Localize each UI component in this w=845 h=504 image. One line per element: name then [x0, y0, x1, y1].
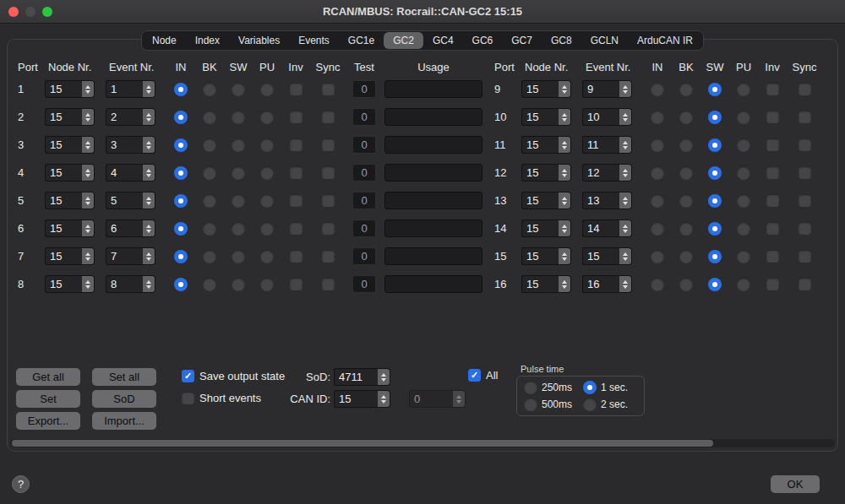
tab-events[interactable]: Events [289, 32, 339, 49]
radio-in[interactable] [651, 111, 664, 124]
test-field[interactable]: 0 [352, 136, 376, 154]
tab-gc1e[interactable]: GC1e [339, 32, 384, 49]
stepper-arrows-icon[interactable] [559, 192, 571, 209]
pulse-radio[interactable] [524, 381, 537, 394]
sync-checkbox[interactable] [799, 194, 811, 207]
radio-sw[interactable] [708, 250, 722, 263]
inv-checkbox[interactable] [766, 278, 779, 290]
close-button[interactable] [8, 7, 19, 17]
all-checkbox[interactable]: ✓ [468, 369, 481, 382]
sync-checkbox[interactable] [322, 138, 335, 151]
stepper-arrows-icon[interactable] [559, 219, 571, 237]
radio-in[interactable] [651, 250, 664, 263]
radio-pu[interactable] [260, 111, 274, 124]
event-nr-stepper[interactable]: 5 [106, 192, 155, 209]
radio-sw[interactable] [708, 194, 722, 208]
node-nr-stepper[interactable]: 15 [45, 247, 95, 265]
usage-field[interactable] [384, 108, 482, 126]
radio-in[interactable] [174, 83, 188, 96]
node-nr-stepper[interactable]: 15 [521, 247, 571, 265]
inv-checkbox[interactable] [290, 194, 303, 207]
stepper-arrows-icon[interactable] [143, 219, 155, 237]
radio-in[interactable] [174, 222, 188, 236]
test-field[interactable]: 0 [352, 164, 376, 182]
inv-checkbox[interactable] [290, 111, 303, 123]
sync-checkbox[interactable] [322, 83, 335, 95]
node-nr-stepper[interactable]: 15 [45, 108, 95, 126]
node-nr-stepper[interactable]: 15 [45, 164, 95, 182]
stepper-arrows-icon[interactable] [559, 275, 571, 293]
pulse-option[interactable]: 250ms [524, 381, 580, 394]
inv-checkbox[interactable] [290, 83, 303, 95]
event-nr-stepper[interactable]: 1 [106, 80, 155, 98]
stepper-arrows-icon[interactable] [143, 192, 155, 209]
radio-in[interactable] [174, 138, 188, 152]
stepper-arrows-icon[interactable] [559, 136, 571, 154]
test-field[interactable]: 0 [352, 108, 376, 126]
radio-sw[interactable] [232, 111, 245, 124]
help-button[interactable]: ? [12, 475, 30, 493]
stepper-arrows-icon[interactable] [559, 164, 571, 182]
stepper-arrows-icon[interactable] [619, 247, 632, 265]
usage-field[interactable] [384, 164, 482, 182]
node-nr-stepper[interactable]: 15 [45, 219, 95, 237]
sod-value[interactable]: 4711 [334, 368, 378, 386]
node-nr-stepper[interactable]: 15 [45, 275, 95, 293]
test-field[interactable]: 0 [352, 80, 376, 98]
radio-bk[interactable] [203, 250, 216, 263]
ok-button[interactable]: OK [771, 475, 820, 493]
radio-bk[interactable] [679, 194, 693, 208]
set-button[interactable]: Set [16, 390, 80, 408]
radio-pu[interactable] [260, 250, 274, 263]
stepper-arrows-icon[interactable] [82, 136, 95, 154]
zoom-button[interactable] [42, 7, 52, 17]
radio-pu[interactable] [260, 194, 274, 208]
radio-bk[interactable] [679, 222, 693, 236]
event-nr-stepper[interactable]: 2 [106, 108, 155, 126]
radio-in[interactable] [174, 194, 188, 208]
sync-checkbox[interactable] [322, 111, 335, 123]
inv-checkbox[interactable] [290, 222, 303, 235]
radio-pu[interactable] [737, 194, 750, 208]
stepper-arrows-icon[interactable] [619, 80, 632, 98]
radio-bk[interactable] [203, 166, 216, 180]
usage-field[interactable] [384, 80, 482, 98]
radio-pu[interactable] [737, 222, 750, 236]
stepper-arrows-icon[interactable] [82, 164, 95, 182]
radio-bk[interactable] [679, 166, 693, 180]
tab-arducan-ir[interactable]: ArduCAN IR [628, 32, 702, 49]
stepper-arrows-icon[interactable] [378, 390, 390, 408]
event-nr-stepper[interactable]: 14 [582, 219, 632, 237]
usage-field[interactable] [384, 219, 482, 237]
inv-checkbox[interactable] [766, 111, 779, 123]
aux-value[interactable]: 0 [409, 390, 453, 408]
radio-bk[interactable] [203, 278, 216, 291]
inv-checkbox[interactable] [290, 250, 303, 263]
radio-pu[interactable] [737, 83, 750, 96]
radio-bk[interactable] [679, 278, 693, 291]
pulse-option[interactable]: 1 sec. [583, 381, 635, 394]
radio-sw[interactable] [708, 222, 722, 236]
radio-pu[interactable] [737, 111, 750, 124]
inv-checkbox[interactable] [766, 250, 779, 263]
radio-bk[interactable] [679, 111, 693, 124]
node-nr-stepper[interactable]: 15 [521, 136, 571, 154]
horizontal-scrollbar[interactable] [10, 439, 835, 447]
stepper-arrows-icon[interactable] [143, 136, 155, 154]
node-nr-stepper[interactable]: 15 [521, 108, 571, 126]
event-nr-stepper[interactable]: 8 [106, 275, 155, 293]
radio-pu[interactable] [260, 83, 274, 96]
sync-checkbox[interactable] [322, 250, 335, 263]
sync-checkbox[interactable] [799, 222, 811, 235]
tab-node[interactable]: Node [143, 32, 186, 49]
test-field[interactable]: 0 [352, 247, 376, 265]
radio-bk[interactable] [203, 138, 216, 152]
sync-checkbox[interactable] [799, 111, 811, 123]
inv-checkbox[interactable] [766, 222, 779, 235]
stepper-arrows-icon[interactable] [619, 219, 632, 237]
stepper-arrows-icon[interactable] [619, 192, 632, 209]
radio-in[interactable] [651, 166, 664, 180]
radio-pu[interactable] [260, 166, 274, 180]
all-option[interactable]: ✓ All [468, 369, 498, 382]
usage-field[interactable] [384, 192, 482, 209]
